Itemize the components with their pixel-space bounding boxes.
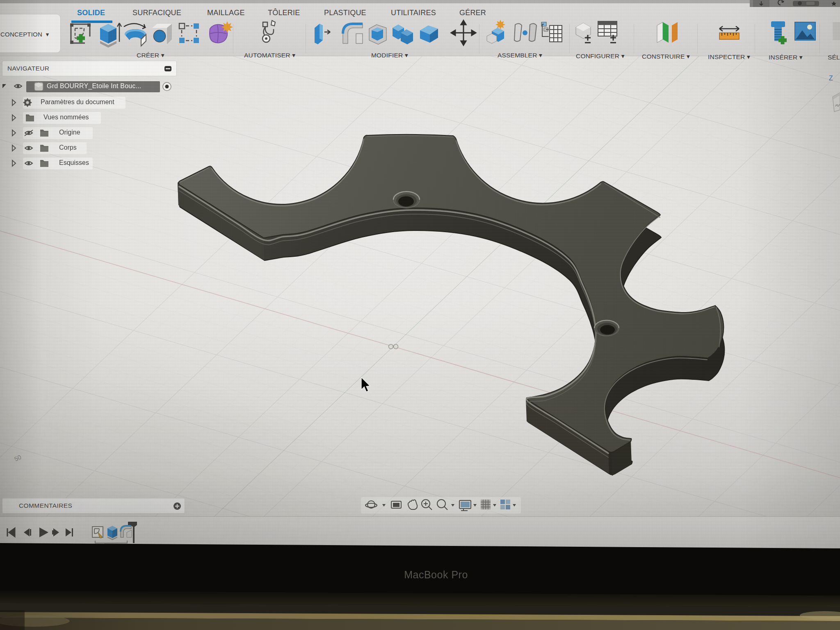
svg-text:Z: Z <box>829 75 833 82</box>
svg-text:AV: AV <box>835 103 840 107</box>
svg-text:50: 50 <box>13 453 22 462</box>
svg-text:MacBook Pro: MacBook Pro <box>404 569 468 580</box>
